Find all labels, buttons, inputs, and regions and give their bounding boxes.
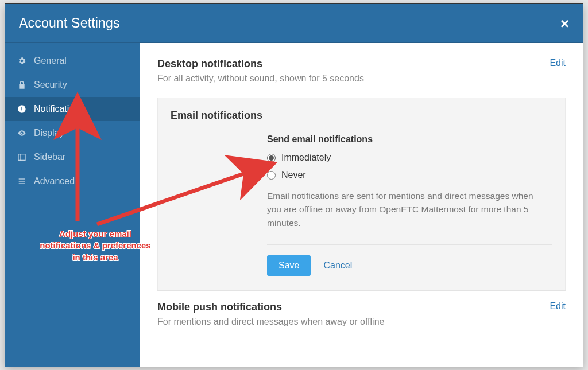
columns-icon bbox=[17, 152, 27, 162]
close-icon[interactable]: × bbox=[560, 16, 569, 31]
sidebar-item-sidebar[interactable]: Sidebar bbox=[5, 145, 140, 169]
list-icon bbox=[17, 176, 27, 186]
section-desc: For all activity, without sound, shown f… bbox=[157, 73, 364, 84]
radio-input-immediately[interactable] bbox=[267, 154, 276, 162]
radio-label: Immediately bbox=[281, 153, 331, 163]
svg-rect-4 bbox=[18, 154, 25, 161]
action-row: Save Cancel bbox=[267, 255, 552, 276]
divider bbox=[267, 244, 552, 245]
settings-content[interactable]: Desktop notifications For all activity, … bbox=[140, 43, 583, 367]
gear-icon bbox=[17, 56, 27, 66]
section-desc: For mentions and direct messages when aw… bbox=[157, 317, 384, 327]
sidebar-item-label: Security bbox=[34, 80, 67, 90]
svg-rect-2 bbox=[21, 111, 22, 111]
sidebar-item-general[interactable]: General bbox=[5, 49, 140, 73]
section-title: Mobile push notifications bbox=[157, 301, 384, 313]
eye-icon bbox=[17, 128, 27, 138]
field-label: Send email notifications bbox=[267, 134, 552, 145]
account-settings-modal: Account Settings × General Security N bbox=[5, 3, 583, 367]
radio-option-immediately[interactable]: Immediately bbox=[267, 153, 552, 163]
section-mobile-notifications: Mobile push notifications For mentions a… bbox=[157, 290, 566, 327]
alert-icon bbox=[17, 104, 27, 114]
section-email-notifications: Email notifications Send email notificat… bbox=[157, 98, 566, 290]
svg-rect-1 bbox=[21, 107, 22, 110]
svg-point-3 bbox=[21, 133, 23, 134]
sidebar-item-label: Notifications bbox=[34, 104, 84, 114]
section-desktop-notifications: Desktop notifications For all activity, … bbox=[157, 54, 566, 95]
edit-link-mobile[interactable]: Edit bbox=[550, 301, 566, 311]
help-text: Email notifications are sent for mention… bbox=[267, 189, 543, 229]
modal-header: Account Settings × bbox=[5, 4, 583, 43]
modal-title: Account Settings bbox=[19, 15, 120, 31]
sidebar-item-label: Display bbox=[34, 128, 64, 138]
section-title: Email notifications bbox=[171, 110, 552, 122]
modal-body: General Security Notifications Display bbox=[5, 43, 583, 367]
save-button[interactable]: Save bbox=[267, 255, 311, 276]
radio-option-never[interactable]: Never bbox=[267, 170, 552, 180]
edit-link-desktop[interactable]: Edit bbox=[550, 58, 566, 68]
email-field-block: Send email notifications Immediately Nev… bbox=[267, 134, 552, 276]
radio-input-never[interactable] bbox=[267, 171, 276, 180]
sidebar-item-advanced[interactable]: Advanced bbox=[5, 169, 140, 193]
sidebar-item-label: Sidebar bbox=[34, 152, 65, 162]
radio-label: Never bbox=[281, 170, 306, 180]
sidebar-item-label: Advanced bbox=[34, 176, 75, 186]
sidebar-item-notifications[interactable]: Notifications bbox=[5, 97, 140, 121]
sidebar-item-label: General bbox=[34, 56, 67, 66]
lock-icon bbox=[17, 80, 27, 90]
cancel-link[interactable]: Cancel bbox=[323, 260, 352, 271]
settings-sidebar: General Security Notifications Display bbox=[5, 43, 140, 367]
sidebar-item-security[interactable]: Security bbox=[5, 73, 140, 97]
section-title: Desktop notifications bbox=[157, 58, 364, 70]
sidebar-item-display[interactable]: Display bbox=[5, 121, 140, 145]
